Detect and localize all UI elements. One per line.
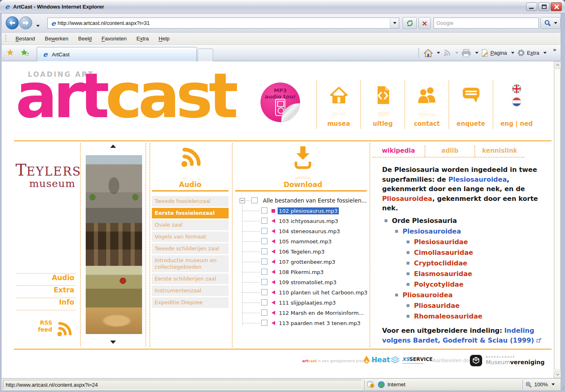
add-favorite-icon[interactable]: ★ xyxy=(20,48,28,56)
back-button[interactable] xyxy=(6,16,19,29)
taxonomy-item[interactable]: Cimoliasauridae xyxy=(372,247,550,258)
toolbar-grip[interactable] xyxy=(5,35,7,43)
refresh-button[interactable] xyxy=(403,17,417,29)
taxonomy-item[interactable]: Plesiosauridae xyxy=(372,237,550,247)
forward-button[interactable] xyxy=(19,16,32,29)
museum-interior-photo[interactable] xyxy=(86,223,142,266)
taxonomy-item[interactable]: Pliosauroidea xyxy=(372,290,550,301)
room-item[interactable]: Eerste fossielenzaal xyxy=(152,208,229,218)
file-name[interactable]: 110 planten uit het Carboon.mp3 xyxy=(278,289,369,296)
title-bar[interactable]: ArtCast - Windows Internet Explorer xyxy=(0,0,565,13)
search-button[interactable] xyxy=(541,17,561,29)
teylers-museum-logo[interactable]: TEYLERS museum xyxy=(16,160,78,189)
home-icon[interactable] xyxy=(424,49,433,57)
vertical-scrollbar[interactable] xyxy=(554,61,561,378)
mp3-audio-tour-badge[interactable]: MP3 audio tour xyxy=(260,82,300,122)
file-checkbox[interactable] xyxy=(261,320,267,326)
file-checkbox[interactable] xyxy=(261,279,267,285)
taxonomy-item[interactable]: Rhomaleosauridae xyxy=(372,311,550,322)
resize-grip[interactable] xyxy=(561,384,565,390)
close-button[interactable] xyxy=(551,2,562,11)
taxonomy-item[interactable]: Pliosauridae xyxy=(372,301,550,311)
file-checkbox[interactable] xyxy=(261,207,267,214)
scroll-down-button[interactable] xyxy=(554,371,561,378)
file-name[interactable]: 106 Tegelen.mp3 xyxy=(278,248,326,255)
nav-language[interactable]: eng | ned xyxy=(493,80,540,129)
url-input[interactable] xyxy=(58,20,390,26)
room-item[interactable]: Introductie museum en collectiegebieden xyxy=(152,255,229,272)
file-checkbox[interactable] xyxy=(261,248,267,254)
history-dropdown[interactable] xyxy=(36,25,40,29)
file-name[interactable]: 108 Pikermi.mp3 xyxy=(278,269,325,276)
rss-feed-link[interactable]: RSSfeed xyxy=(16,318,76,340)
taxonomy-item[interactable]: Polycotylidae xyxy=(372,279,550,290)
nav-uitleg[interactable]: uitleg xyxy=(360,80,405,129)
room-item[interactable]: Expeditie Diepzee xyxy=(152,297,229,308)
file-checkbox[interactable] xyxy=(261,299,267,305)
site-logo[interactable]: artcast xyxy=(16,63,234,129)
overflow-chevron-icon[interactable]: » xyxy=(553,47,556,53)
file-name[interactable]: 113 paarden met 3 tenen.mp3 xyxy=(278,320,362,327)
tab-artcast[interactable]: ArtCast xyxy=(37,47,197,61)
taxonomy-item[interactable]: Plesiosauroidea xyxy=(372,226,550,237)
file-checkbox[interactable] xyxy=(261,228,267,234)
file-name[interactable]: 102 plesiosaurus.mp3 xyxy=(278,207,339,214)
page-dropdown[interactable] xyxy=(511,52,514,56)
taxonomy-item[interactable]: Cryptoclididae xyxy=(372,258,550,269)
room-item[interactable]: Tweede schilderijen zaal xyxy=(152,243,229,254)
favorites-star-icon[interactable]: ★ xyxy=(7,48,14,56)
select-all-checkbox[interactable] xyxy=(251,197,258,203)
file-checkbox[interactable] xyxy=(261,238,267,244)
file-checkbox[interactable] xyxy=(261,258,267,265)
fossil-map-photo[interactable] xyxy=(86,307,142,334)
file-name[interactable]: 103 ichtyosaurus.mp3 xyxy=(278,218,339,225)
maximize-button[interactable] xyxy=(538,2,549,11)
room-item[interactable]: Ovale zaal xyxy=(152,220,229,230)
collapse-icon[interactable] xyxy=(240,198,245,203)
heat-logo[interactable]: Heat xyxy=(363,355,390,364)
menu-item[interactable]: Bestand xyxy=(11,34,40,43)
menu-item[interactable]: Help xyxy=(154,34,175,43)
file-name[interactable]: 105 mammoet.mp3 xyxy=(278,238,333,245)
tools-button[interactable]: Extra xyxy=(517,49,539,57)
plesiosauroidea-link[interactable]: Plesiosauroidea xyxy=(448,176,507,183)
menu-item[interactable]: Favorieten xyxy=(97,34,131,43)
museum-facade-photo[interactable] xyxy=(86,155,142,223)
feeds-dropdown[interactable] xyxy=(455,52,458,56)
feeds-icon[interactable] xyxy=(443,49,451,57)
instrument-room-photo[interactable] xyxy=(86,266,142,307)
nav-contact[interactable]: contact xyxy=(405,80,449,129)
print-icon[interactable] xyxy=(461,49,471,57)
museumvereniging-logo[interactable]: NEDERLANDSEMuseumvereniging xyxy=(469,354,545,367)
home-dropdown[interactable] xyxy=(437,52,440,56)
file-name[interactable]: 111 slijpplaatjes.mp3 xyxy=(278,299,337,306)
print-dropdown[interactable] xyxy=(475,52,478,56)
file-checkbox[interactable] xyxy=(261,310,267,316)
file-checkbox[interactable] xyxy=(261,269,267,275)
info-tab[interactable]: kennislink xyxy=(474,145,524,157)
room-item[interactable]: Instrumentenzaal xyxy=(152,285,229,296)
menu-item[interactable]: Bewerken xyxy=(40,34,73,43)
search-options-dropdown[interactable] xyxy=(554,22,557,26)
nav-enquete[interactable]: enquete xyxy=(449,80,493,129)
file-name[interactable]: 109 stromatoliet.mp3 xyxy=(278,279,338,286)
minimize-button[interactable] xyxy=(526,2,537,11)
sidebar-link[interactable]: Extra xyxy=(16,285,76,298)
taxonomy-item[interactable]: Elasmosauridae xyxy=(372,269,550,279)
url-dropdown-button[interactable] xyxy=(390,18,399,28)
tools-dropdown[interactable] xyxy=(543,52,547,56)
zoom-dropdown[interactable] xyxy=(552,383,555,387)
file-checkbox[interactable] xyxy=(261,289,267,295)
stop-button[interactable]: × xyxy=(418,17,431,29)
room-item[interactable]: Vogels van formaat xyxy=(152,232,229,242)
taxonomy-item[interactable]: Orde Plesiosauria xyxy=(372,216,550,226)
menu-item[interactable]: Extra xyxy=(131,34,153,43)
search-box[interactable] xyxy=(434,18,539,29)
room-item[interactable]: Eerste schilderijen zaal xyxy=(152,274,229,284)
zoom-control[interactable]: 100% xyxy=(525,381,561,388)
strip-scroll-down-icon[interactable] xyxy=(110,341,116,344)
info-tab[interactable]: adlib xyxy=(425,145,474,157)
xsservice-logo[interactable]: XSSERVICE xyxy=(390,356,433,364)
file-name[interactable]: 112 Marsh en de Morrisinform... xyxy=(278,310,365,316)
scrollbar-thumb[interactable] xyxy=(554,69,561,370)
